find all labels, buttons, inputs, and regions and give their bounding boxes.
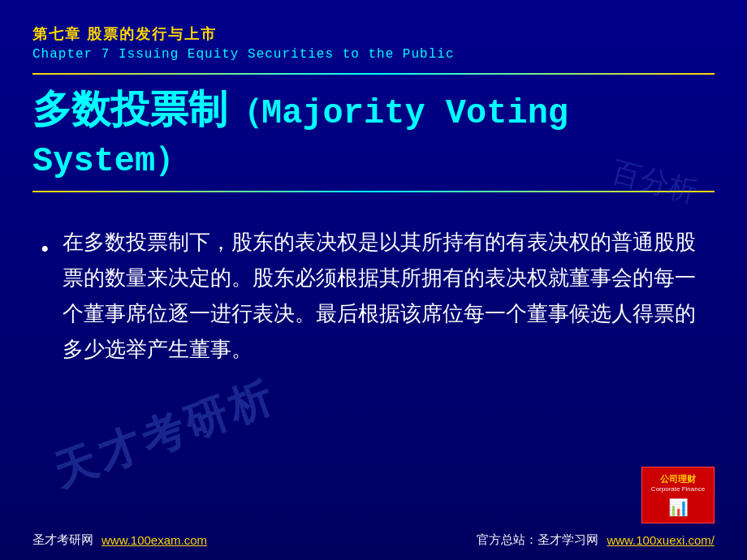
main-title-chinese: 多数投票制 <box>32 88 227 131</box>
footer: 圣才考研网 www.100exam.com 官方总站：圣才学习网 www.100… <box>0 532 747 548</box>
bullet-text: 在多数投票制下，股东的表决权是以其所持有的有表决权的普通股股票的数量来决定的。股… <box>63 225 698 368</box>
logo-english: Corporate Finance <box>651 485 705 493</box>
bottom-divider <box>32 191 715 192</box>
logo-box: 公司理财 Corporate Finance 📊 <box>641 467 715 523</box>
footer-left-link[interactable]: www.100exam.com <box>101 533 207 547</box>
top-divider <box>32 73 715 75</box>
footer-left-label: 圣才考研网 <box>32 532 93 548</box>
chapter-title-chinese: 第七章 股票的发行与上市 <box>32 24 715 44</box>
slide: 第七章 股票的发行与上市 Chapter 7 Issuing Equity Se… <box>0 0 747 560</box>
chapter-title-english: Chapter 7 Issuing Equity Securities to t… <box>32 47 715 62</box>
content-section: • 在多数投票制下，股东的表决权是以其所持有的有表决权的普通股股票的数量来决定的… <box>32 217 715 377</box>
footer-right-link[interactable]: www.100xuexi.com/ <box>607 533 715 547</box>
footer-left: 圣才考研网 www.100exam.com <box>32 532 207 548</box>
footer-right-label: 官方总站：圣才学习网 <box>477 532 598 548</box>
footer-right: 官方总站：圣才学习网 www.100xuexi.com/ <box>477 532 715 548</box>
logo-chinese: 公司理财 <box>660 473 696 485</box>
logo-icon: 📊 <box>668 498 689 517</box>
main-title: 多数投票制（Majority Voting System） <box>32 86 715 183</box>
bullet-item: • 在多数投票制下，股东的表决权是以其所持有的有表决权的普通股股票的数量来决定的… <box>41 225 698 368</box>
watermark-bottom: 天才考研析 <box>46 368 283 500</box>
bullet-dot: • <box>41 228 50 269</box>
header-section: 第七章 股票的发行与上市 Chapter 7 Issuing Equity Se… <box>32 24 715 62</box>
